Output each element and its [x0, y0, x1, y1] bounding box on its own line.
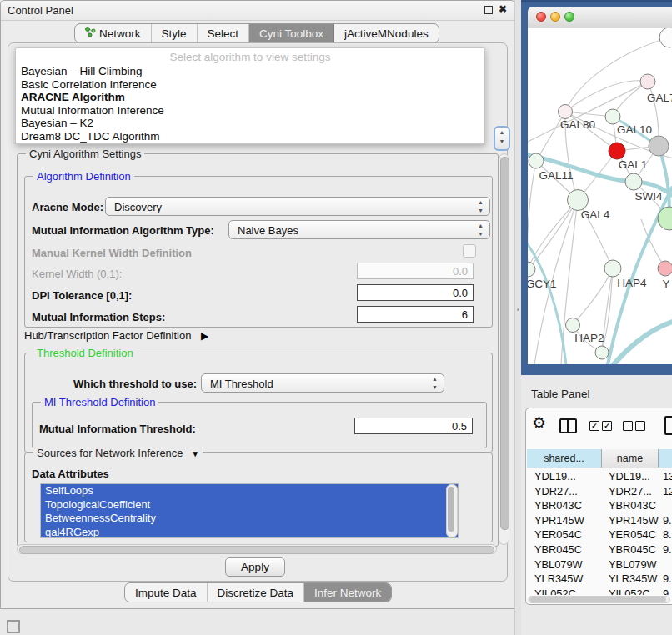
- tab-network[interactable]: Network: [75, 24, 152, 42]
- close-traffic-light-icon[interactable]: [536, 12, 546, 22]
- network-node-label-gal10: GAL10: [617, 123, 652, 136]
- settings-group-legend: Cyni Algorithm Settings: [26, 148, 144, 160]
- tab-label: Select: [208, 28, 239, 40]
- table-row[interactable]: YER054CYER054C8.: [526, 528, 672, 542]
- network-node-top-edge-node[interactable]: [659, 28, 672, 48]
- tab-label: jActiveMNodules: [344, 28, 429, 40]
- network-node-gal7[interactable]: [640, 74, 655, 89]
- network-edge[interactable]: [565, 81, 648, 112]
- network-node-gal11[interactable]: [529, 153, 544, 168]
- algorithm-option-basic-correlation-inference[interactable]: Basic Correlation Inference: [16, 78, 484, 92]
- column-header-name[interactable]: name: [602, 449, 659, 468]
- data-attribute-topologicalcoefficient[interactable]: TopologicalCoefficient: [41, 498, 458, 512]
- minimized-window-icon[interactable]: [7, 620, 20, 633]
- data-attribute-selfloops[interactable]: SelfLoops: [41, 484, 458, 498]
- network-node-gray-node[interactable]: [649, 136, 669, 156]
- tab-discretize-data[interactable]: Discretize Data: [208, 583, 305, 602]
- deselect-checkbox-icon[interactable]: [635, 421, 645, 431]
- algorithm-option-bayesian-k2[interactable]: Bayesian – K2: [16, 117, 484, 130]
- table-row[interactable]: YLR345WYLR345W9.: [526, 572, 672, 587]
- network-edge[interactable]: [573, 268, 613, 325]
- table-cell: YBL079W: [609, 558, 659, 572]
- table-cell: YER054C: [534, 528, 601, 542]
- gear-icon[interactable]: ⚙: [532, 413, 546, 432]
- hub-section-label: Hub/Transcription Factor Definition: [24, 329, 191, 342]
- network-node-hap2[interactable]: [566, 318, 580, 332]
- minimize-traffic-light-icon[interactable]: [550, 12, 560, 22]
- threshold-definition-legend: Threshold Definition: [33, 347, 137, 359]
- tab-cyni-toolbox[interactable]: Cyni Toolbox: [249, 24, 334, 42]
- mi-steps-input[interactable]: 6: [357, 306, 474, 322]
- manual-kernel-width-checkbox[interactable]: [463, 244, 476, 258]
- float-window-icon[interactable]: [484, 6, 493, 14]
- table-horizontal-scrollbar[interactable]: [528, 596, 670, 603]
- window-title: Control Panel: [8, 4, 73, 17]
- algorithm-dropdown: Select algorithm to view settings Bayesi…: [15, 48, 485, 144]
- aracne-mode-select[interactable]: Discovery ▲▼: [105, 197, 490, 216]
- network-node-gcy1[interactable]: [528, 262, 535, 277]
- data-attributes-list[interactable]: SelfLoopsTopologicalCoefficientBetweenne…: [40, 483, 459, 538]
- select-all-checkbox-icon[interactable]: ✓: [589, 421, 599, 431]
- network-node-gal1[interactable]: [609, 142, 625, 159]
- algorithm-option-mutual-information-inference[interactable]: Mutual Information Inference: [16, 104, 484, 118]
- mi-threshold-definition-group: MI Threshold Definition Mutual Informati…: [32, 402, 487, 448]
- tab-infer-network[interactable]: Infer Network: [304, 583, 391, 602]
- new-table-icon[interactable]: [664, 416, 672, 435]
- mi-algorithm-type-select[interactable]: Naive Bayes ▲▼: [228, 220, 490, 239]
- tab-select[interactable]: Select: [198, 24, 250, 42]
- hub-transcription-factor-section[interactable]: Hub/Transcription Factor Definition ▶: [24, 329, 208, 342]
- network-node-y[interactable]: [658, 261, 672, 276]
- table-row[interactable]: YBL079WYBL079W: [526, 558, 672, 572]
- column-header-col3[interactable]: [659, 449, 672, 468]
- algorithm-option-aracne-algorithm[interactable]: ARACNE Algorithm: [16, 91, 484, 104]
- close-icon[interactable]: ✖: [499, 3, 507, 15]
- network-node-bottom-node[interactable]: [595, 346, 609, 359]
- dpi-tolerance-input[interactable]: 0.0: [357, 284, 474, 301]
- tab-jactivemnodules[interactable]: jActiveMNodules: [334, 24, 439, 42]
- table-cell: [663, 558, 672, 572]
- stepper-arrows-icon: ▲▼: [432, 375, 438, 392]
- divider-handle[interactable]: [517, 308, 519, 311]
- which-threshold-select[interactable]: MI Threshold ▲▼: [201, 373, 444, 392]
- table-row[interactable]: YDL19...YDL19...13: [526, 469, 672, 484]
- network-node-label-hap2: HAP2: [574, 332, 604, 344]
- network-node-swi4[interactable]: [625, 173, 642, 190]
- data-attribute-gal4rgexp[interactable]: gal4RGexp: [41, 526, 458, 539]
- network-node-label-y: Y: [662, 278, 669, 290]
- table-row[interactable]: YIL052CYIL052C9.: [526, 587, 672, 595]
- network-canvas[interactable]: GAL7GAL80GAL10GAL1GAL11SWI4GAL4GCY1HAP4Y…: [528, 28, 672, 364]
- collapse-down-icon[interactable]: ▼: [191, 449, 199, 458]
- algorithm-option-bayesian-hill-climbing[interactable]: Bayesian – Hill Climbing: [16, 65, 484, 78]
- select-all-checkbox-icon[interactable]: ✓: [602, 421, 612, 431]
- apply-button[interactable]: Apply: [225, 558, 285, 577]
- expand-right-icon[interactable]: ▶: [201, 330, 208, 342]
- tab-style[interactable]: Style: [152, 24, 198, 42]
- table-cell: YBL079W: [534, 558, 601, 572]
- mi-threshold-input[interactable]: 0.5: [354, 418, 473, 434]
- column-header-shared[interactable]: shared...: [527, 449, 602, 468]
- network-node-gal10[interactable]: [605, 109, 620, 124]
- network-node-hap4[interactable]: [604, 260, 621, 277]
- table-row[interactable]: YPR145WYPR145W9.: [526, 513, 672, 528]
- table-row[interactable]: YBR045CYBR045C9.: [526, 542, 672, 558]
- table-row[interactable]: YBR043CYBR043C: [526, 498, 672, 513]
- zoom-traffic-light-icon[interactable]: [564, 12, 574, 22]
- attributes-list-scrollbar[interactable]: [446, 484, 458, 538]
- network-edge-highlighted[interactable]: [609, 319, 672, 364]
- network-node-gal4[interactable]: [568, 190, 589, 211]
- settings-vertical-scrollbar[interactable]: [499, 153, 509, 545]
- algorithm-combo-stepper[interactable]: ▲▼: [494, 126, 510, 151]
- kernel-width-input[interactable]: 0.0: [357, 262, 474, 279]
- tab-impute-data[interactable]: Impute Data: [125, 583, 208, 602]
- columns-icon[interactable]: [559, 418, 577, 433]
- table-cell: YDL19...: [609, 469, 659, 484]
- network-node-gal80[interactable]: [559, 105, 573, 119]
- table-row[interactable]: YDR27...YDR27...12: [526, 484, 672, 499]
- table-cell: YBR045C: [534, 542, 601, 558]
- data-attribute-betweennesscentrality[interactable]: BetweennessCentrality: [41, 512, 458, 526]
- algorithm-option-dream8-dc-tdc-algorithm[interactable]: Dream8 DC_TDC Algorithm: [16, 130, 484, 143]
- deselect-checkbox-icon[interactable]: [623, 421, 633, 431]
- panel-divider[interactable]: [514, 0, 521, 635]
- settings-horizontal-scrollbar[interactable]: [17, 544, 497, 554]
- table-cell: YBR043C: [534, 498, 601, 513]
